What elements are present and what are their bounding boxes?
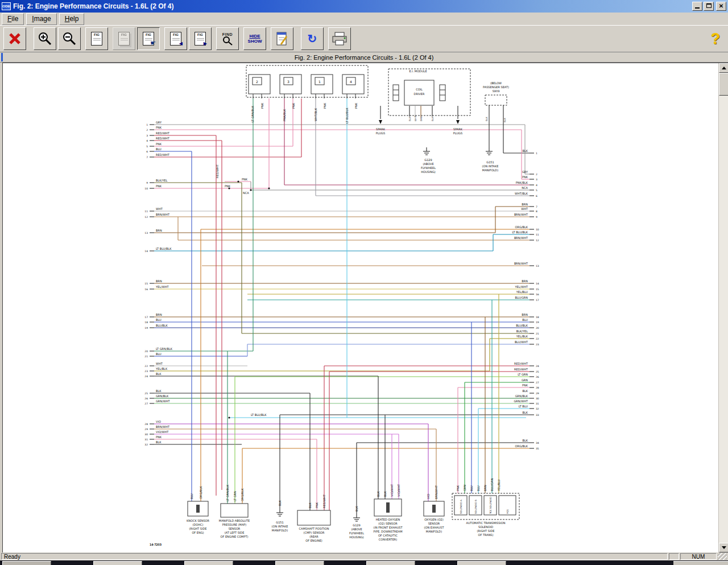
wire-color-label: YEL/BLK	[516, 335, 528, 338]
wire-color-label: PNK	[260, 102, 264, 109]
app-icon[interactable]: ODB	[2, 2, 11, 10]
wire-color-label: WHT	[521, 207, 528, 211]
wire-color-label: BRN	[483, 485, 487, 491]
scroll-up-button[interactable]	[719, 63, 728, 73]
menu-help[interactable]: Help	[59, 13, 85, 25]
pin-number: 12	[144, 216, 148, 218]
component-label: MANIFOLD)	[426, 530, 442, 533]
wire-color-label: PNK	[354, 102, 358, 109]
component-label: MANIFOLD ABSOLUTE	[219, 519, 250, 522]
taskbar-button[interactable]	[457, 561, 506, 565]
wire-color-label: BLK	[523, 411, 528, 414]
taskbar-button[interactable]	[184, 561, 233, 565]
component-box	[221, 504, 248, 517]
wire-color-label: RED/WHT	[514, 362, 528, 365]
pin-number: 29	[144, 428, 148, 431]
wire-color-label: LT GRN/BLK	[156, 347, 173, 350]
refresh-button[interactable]: ↻	[301, 27, 324, 50]
close-button[interactable]: ✕	[716, 2, 726, 11]
toolbar: FIG FIG FIG ☛ FIG ◀ FIG ▶ FIND	[0, 25, 728, 52]
diagram-text: COIL	[416, 88, 423, 91]
taskbar-button[interactable]	[93, 561, 142, 565]
hide-show-button[interactable]: HIDE SHOW	[243, 27, 266, 50]
find-button[interactable]: FIND	[216, 27, 239, 50]
wire-color-label: BLK	[355, 506, 358, 512]
diagram-text: FLYWHEEL	[421, 166, 436, 170]
annotate-button[interactable]	[271, 27, 293, 50]
system-tray[interactable]	[673, 561, 728, 565]
print-button[interactable]	[328, 27, 351, 50]
pin-number: 5	[146, 145, 148, 148]
wire-color-label: BLK/YEL	[156, 179, 167, 182]
diagram-text: FLYWHEEL	[349, 531, 364, 535]
wire-color-label: BRN/WHT	[514, 262, 528, 265]
minimize-button[interactable]	[692, 2, 702, 11]
pin-number: 26	[144, 397, 148, 400]
pin-number: 6	[146, 150, 148, 153]
maximize-button[interactable]	[704, 2, 714, 11]
menu-file[interactable]: File	[2, 13, 24, 25]
zoom-out-button[interactable]	[58, 27, 81, 50]
wire-color-label: BRN/WHT	[514, 236, 528, 240]
wire-color-label: BRN/WHT	[156, 213, 170, 216]
figure-pan-button[interactable]: FIG ☛	[137, 27, 160, 50]
menu-image[interactable]: Image	[26, 13, 56, 25]
vertical-scrollbar[interactable]	[718, 63, 728, 552]
pin-number: 11	[144, 210, 148, 213]
wire-color-label: LT GRN/BLK	[251, 105, 254, 122]
previous-figure-button[interactable]: FIG ◀	[164, 27, 187, 50]
wire-color-label: BLK	[377, 491, 380, 497]
solenoid-label: SOLENOID A	[460, 500, 462, 514]
diagram-text: PASSENGER SEAT)	[483, 85, 509, 89]
diagram-text: (ON INTAKE	[482, 164, 499, 168]
wire-color-label: BRN	[156, 279, 162, 283]
pin-number: 15	[536, 288, 539, 291]
diagram-text: G129	[353, 523, 360, 527]
next-figure-button[interactable]: FIG ▶	[189, 27, 212, 50]
diagram-text: MANIFOLD)	[272, 529, 288, 532]
transformer-right	[440, 85, 445, 101]
diagram-text: DRIVER	[414, 92, 425, 96]
window-title: Fig. 2: Engine Performance Circuits - 1.…	[13, 2, 692, 10]
spark-plug-arrow	[456, 120, 460, 124]
taskbar-button[interactable]	[366, 561, 415, 565]
wire-color-label: WHT	[414, 116, 417, 121]
diagram-text: G151	[276, 521, 283, 524]
diagram-text: HOUSING)	[421, 170, 436, 174]
wire-color-label: BLU	[156, 147, 162, 151]
resize-grip[interactable]	[718, 553, 727, 560]
diagram-text: G129	[424, 158, 432, 162]
figure-view-button[interactable]: FIG	[85, 27, 108, 50]
figure-caption-bar: Fig. 2: Engine Performance Circuits - 1.…	[0, 52, 728, 63]
help-button[interactable]: ?	[711, 30, 721, 48]
wire-color-label: BLK	[156, 440, 162, 444]
wire-color-label: BLK	[523, 389, 528, 393]
pin-number: 8	[536, 210, 537, 213]
diagram-text: MANIFOLD)	[482, 168, 498, 172]
diagram-text: SPARK	[453, 127, 463, 131]
wire-color-label: BRN	[522, 279, 528, 283]
component-label: CONVERTER)	[379, 538, 398, 541]
notes-icon	[275, 31, 289, 47]
status-message: Ready	[1, 553, 668, 560]
wire-color-label: BRN	[156, 229, 162, 232]
wire-color-label: BLK	[383, 491, 387, 497]
wire-color-label: BRN/WHT	[156, 425, 170, 428]
status-panel	[669, 553, 679, 560]
title-bar[interactable]: ODB Fig. 2: Engine Performance Circuits …	[0, 0, 728, 13]
component-symbol	[432, 505, 436, 513]
scrollbar-thumb[interactable]	[719, 73, 728, 96]
pin-number: 10	[144, 187, 148, 190]
zoom-in-button[interactable]	[34, 27, 56, 50]
diagram-text: HOUSING)	[349, 535, 364, 539]
taskbar-button[interactable]	[275, 561, 324, 565]
component-label: (RIGHT SIDE	[477, 529, 495, 533]
pin-number: 29	[536, 392, 539, 395]
wire-color-label: GRN	[463, 485, 466, 491]
solenoid-label: SOLENOID B	[474, 500, 477, 514]
close-figure-button[interactable]	[3, 27, 26, 50]
taskbar-button[interactable]	[2, 561, 51, 565]
scroll-down-button[interactable]	[719, 543, 728, 552]
figure-pages-button[interactable]: FIG	[113, 27, 135, 50]
component-label: PRESSURE (MAP)	[222, 523, 247, 526]
